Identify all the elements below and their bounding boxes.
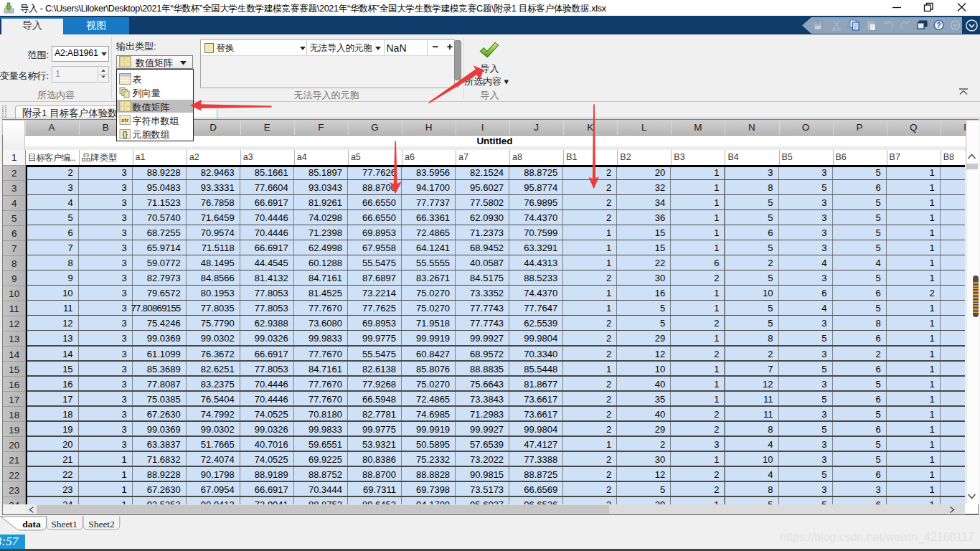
- svg-text:Sheet2: Sheet2: [88, 519, 115, 529]
- svg-text:{}: {}: [123, 130, 128, 138]
- svg-text:?: ?: [936, 21, 941, 29]
- svg-text:Sheet1: Sheet1: [51, 519, 77, 529]
- svg-text:data: data: [22, 519, 41, 529]
- svg-text:str: str: [121, 117, 128, 123]
